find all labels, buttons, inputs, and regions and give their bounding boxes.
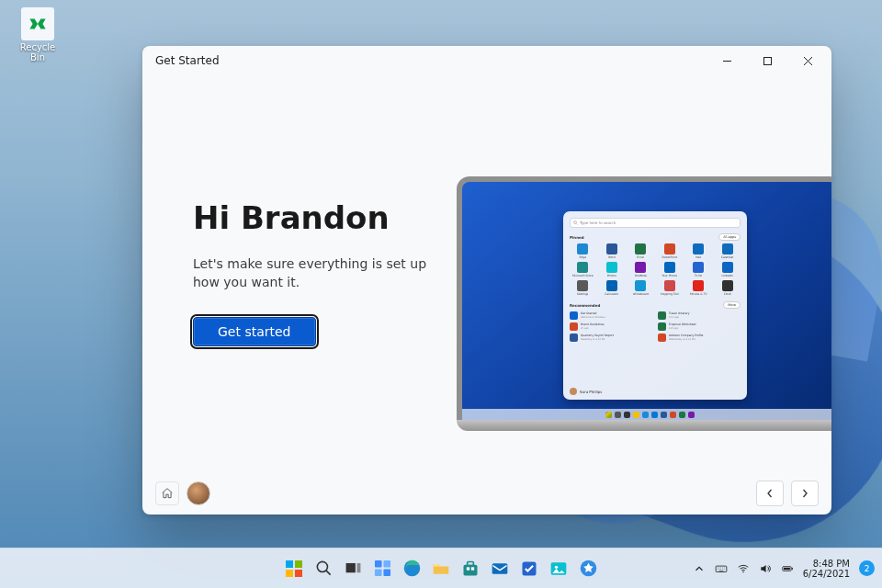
mail-button[interactable] <box>488 557 512 581</box>
svg-rect-27 <box>784 567 790 569</box>
photos-button[interactable] <box>547 557 571 581</box>
greeting-heading: Hi Brandon <box>193 199 464 236</box>
svg-rect-4 <box>286 570 293 577</box>
store-button[interactable] <box>458 557 482 581</box>
svg-point-1 <box>574 221 577 224</box>
pinned-app: Word <box>599 243 626 259</box>
recycle-bin[interactable]: Recycle Bin <box>13 7 62 62</box>
clock[interactable]: 8:48 PM 6/24/2021 <box>803 559 850 579</box>
start-user-name: Sara Phillips <box>580 390 602 394</box>
home-button[interactable] <box>155 481 179 505</box>
recommended-item: Quarterly Payroll ReportYesterday at 4:2… <box>570 334 652 342</box>
pinned-app: Calculator <box>599 280 626 296</box>
pinned-app: LinkedIn <box>715 262 741 277</box>
pinned-app: To Do <box>685 262 712 277</box>
svg-rect-3 <box>295 560 302 568</box>
svg-rect-12 <box>383 569 390 576</box>
search-button[interactable] <box>311 557 335 581</box>
pinned-app: Movies & TV <box>685 280 712 296</box>
recommended-item: Addison Company ProfileWednesday at 3:14… <box>658 334 741 342</box>
next-button[interactable] <box>791 481 819 506</box>
notification-badge[interactable]: 2 <box>859 560 875 576</box>
pinned-app: Whiteboard <box>628 280 654 296</box>
recommended-label: Recommended <box>570 303 600 308</box>
recycle-bin-label: Recycle Bin <box>20 42 56 62</box>
pinned-app: Edge <box>570 243 596 259</box>
prev-button[interactable] <box>756 481 784 506</box>
pinned-app: Excel <box>628 243 654 259</box>
svg-rect-26 <box>791 567 792 569</box>
task-view-button[interactable] <box>341 557 365 581</box>
wifi-icon[interactable] <box>737 562 750 575</box>
svg-rect-18 <box>492 563 508 574</box>
pinned-app: PowerPoint <box>657 243 684 259</box>
svg-rect-14 <box>464 564 478 575</box>
pinned-app: Your Phone <box>657 262 684 277</box>
recommended-item: Get StartedWelcome to Windows <box>570 311 652 320</box>
widgets-button[interactable] <box>370 557 394 581</box>
hero-laptop-illustration: Type here to search Pinned All apps Edge… <box>457 176 831 452</box>
pinned-app: OneNote <box>628 262 654 277</box>
user-avatar[interactable] <box>187 481 210 505</box>
start-search-preview: Type here to search <box>570 218 741 228</box>
greeting-subtext: Let's make sure everything is set up how… <box>193 254 432 292</box>
pinned-label: Pinned <box>570 235 584 240</box>
svg-rect-7 <box>345 563 355 572</box>
svg-rect-17 <box>471 567 474 570</box>
pinned-app: Photos <box>599 262 626 277</box>
file-explorer-button[interactable] <box>429 557 453 581</box>
recycle-bin-icon <box>21 7 54 40</box>
more-pill: More <box>723 301 741 309</box>
taskbar: 8:48 PM 6/24/2021 2 <box>0 548 882 588</box>
edge-button[interactable] <box>400 557 424 581</box>
get-started-button[interactable]: Get started <box>193 317 316 346</box>
start-menu-preview: Type here to search Pinned All apps Edge… <box>563 211 747 400</box>
maximize-button[interactable] <box>747 47 787 74</box>
start-button[interactable] <box>282 557 306 581</box>
recommended-item: Travel Itinerary17m ago <box>658 311 741 320</box>
pinned-app: Microsoft Store <box>570 262 596 277</box>
svg-rect-8 <box>356 563 360 572</box>
keyboard-icon[interactable] <box>715 562 728 575</box>
window-title: Get Started <box>155 54 220 67</box>
recommended-item: Brand Guidelines2h ago <box>570 322 652 331</box>
all-apps-pill: All apps <box>718 233 741 241</box>
svg-rect-15 <box>468 561 474 565</box>
svg-rect-10 <box>383 560 390 568</box>
pinned-app: Mail <box>685 243 712 259</box>
battery-icon[interactable] <box>781 562 794 575</box>
svg-rect-16 <box>467 567 469 570</box>
svg-point-24 <box>742 571 744 572</box>
svg-rect-9 <box>374 560 381 568</box>
pinned-app: Settings <box>570 280 596 296</box>
svg-rect-11 <box>374 569 381 576</box>
preview-taskbar <box>462 409 831 420</box>
svg-rect-0 <box>763 57 771 64</box>
titlebar: Get Started <box>142 46 831 75</box>
recommended-item: Expense Worksheet12h ago <box>658 322 741 331</box>
get-started-window: Get Started Hi Brandon Let's make sure e… <box>142 46 831 514</box>
pinned-app: Snipping Tool <box>657 280 684 296</box>
svg-rect-5 <box>295 570 302 577</box>
volume-icon[interactable] <box>759 562 772 575</box>
pinned-app: Clock <box>715 280 741 296</box>
clock-date: 6/24/2021 <box>803 569 850 579</box>
start-user-avatar <box>570 388 577 395</box>
tray-chevron-icon[interactable] <box>693 562 706 575</box>
pinned-app: Calendar <box>715 243 741 259</box>
get-started-taskbar-button[interactable] <box>576 557 600 581</box>
close-button[interactable] <box>787 47 828 74</box>
clock-time: 8:48 PM <box>803 559 850 569</box>
svg-point-6 <box>317 561 327 571</box>
svg-point-21 <box>555 565 558 568</box>
todo-button[interactable] <box>517 557 541 581</box>
svg-rect-2 <box>286 560 293 568</box>
minimize-button[interactable] <box>707 47 747 74</box>
